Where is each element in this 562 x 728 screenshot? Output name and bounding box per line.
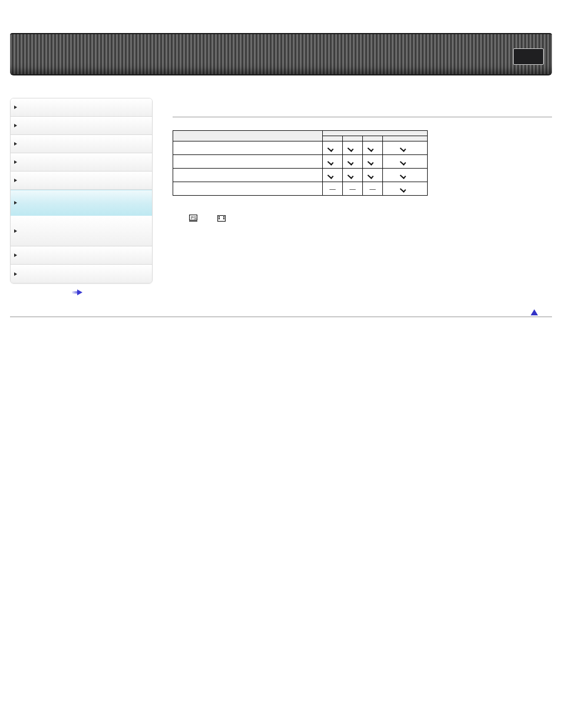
row-title xyxy=(173,155,323,169)
cell xyxy=(363,141,383,155)
check-icon xyxy=(328,144,337,151)
content-area: ——— PS xyxy=(173,98,552,222)
film-icon xyxy=(217,215,226,222)
ps-icon: PS xyxy=(189,215,197,222)
note-icon-1: PS xyxy=(189,215,201,222)
triangle-up-icon xyxy=(531,309,538,315)
feature-matrix-table: ——— xyxy=(173,130,428,196)
cell xyxy=(383,182,428,196)
check-icon xyxy=(328,157,337,164)
th-mode-4 xyxy=(383,136,428,141)
table-row xyxy=(173,141,428,155)
cell xyxy=(343,141,363,155)
header-band xyxy=(10,33,552,75)
check-icon xyxy=(401,157,409,164)
caret-icon xyxy=(14,160,17,164)
header-right-box xyxy=(513,48,544,65)
note-icon-2 xyxy=(217,215,229,222)
svg-rect-4 xyxy=(219,216,220,218)
cell xyxy=(383,155,428,169)
cell: — xyxy=(323,182,343,196)
table-row: ——— xyxy=(173,182,428,196)
back-to-top[interactable] xyxy=(531,309,541,315)
check-icon xyxy=(401,144,409,151)
menu-item-9[interactable] xyxy=(11,265,152,283)
cell xyxy=(363,169,383,182)
th-mode-2 xyxy=(343,136,363,141)
svg-rect-5 xyxy=(219,218,220,219)
check-icon xyxy=(401,185,409,192)
menu-item-1[interactable] xyxy=(11,98,152,117)
arrow-right-icon xyxy=(77,289,82,295)
cell xyxy=(323,155,343,169)
caret-icon xyxy=(14,124,17,127)
menu-item-6[interactable] xyxy=(11,190,152,216)
row-title xyxy=(173,141,323,155)
th-mode-3 xyxy=(363,136,383,141)
table-row xyxy=(173,169,428,182)
caret-icon xyxy=(14,253,17,257)
th-mode-1 xyxy=(323,136,343,141)
cell xyxy=(383,141,428,155)
menu-item-8[interactable] xyxy=(11,246,152,265)
note-row: PS xyxy=(173,215,552,222)
check-icon xyxy=(348,144,357,151)
cell xyxy=(323,141,343,155)
svg-rect-6 xyxy=(223,216,224,218)
side-menu-hint xyxy=(10,289,153,295)
svg-text:PS: PS xyxy=(191,216,197,220)
cell: — xyxy=(363,182,383,196)
caret-icon xyxy=(14,179,17,182)
check-icon xyxy=(368,144,377,151)
cell xyxy=(363,155,383,169)
check-icon xyxy=(401,171,409,178)
caret-icon xyxy=(14,106,17,109)
cell xyxy=(343,155,363,169)
check-icon xyxy=(348,157,357,164)
side-menu xyxy=(10,98,153,284)
cell xyxy=(323,169,343,182)
menu-item-7[interactable] xyxy=(11,216,152,246)
caret-icon xyxy=(14,229,17,233)
caret-icon xyxy=(14,272,17,276)
footer-separator xyxy=(10,317,552,317)
table-row xyxy=(173,155,428,169)
row-title xyxy=(173,182,323,196)
cell: — xyxy=(343,182,363,196)
row-title xyxy=(173,169,323,182)
menu-item-2[interactable] xyxy=(11,117,152,135)
svg-rect-7 xyxy=(223,218,224,219)
menu-item-5[interactable] xyxy=(11,172,152,190)
menu-item-4[interactable] xyxy=(11,153,152,172)
check-icon xyxy=(328,171,337,178)
cell xyxy=(383,169,428,182)
th-mode-group xyxy=(323,131,428,136)
check-icon xyxy=(368,171,377,178)
check-icon xyxy=(368,157,377,164)
cell xyxy=(343,169,363,182)
caret-icon xyxy=(14,142,17,146)
th-feature xyxy=(173,131,323,141)
menu-item-3[interactable] xyxy=(11,135,152,153)
check-icon xyxy=(348,171,357,178)
caret-icon xyxy=(14,201,17,205)
section-separator xyxy=(173,117,552,117)
